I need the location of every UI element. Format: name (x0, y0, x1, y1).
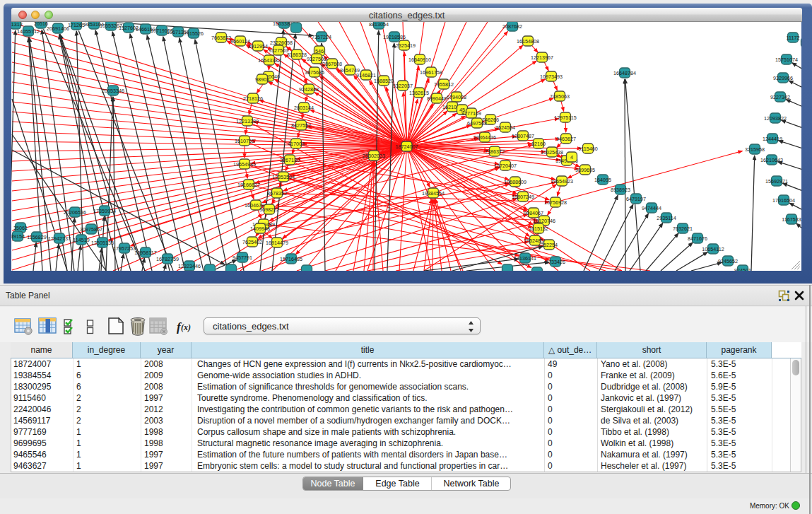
svg-text:9329966: 9329966 (773, 75, 793, 81)
svg-text:8938923: 8938923 (611, 187, 630, 193)
svg-text:17016504: 17016504 (772, 197, 795, 204)
svg-text:3267130: 3267130 (280, 157, 300, 163)
svg-text:16210643: 16210643 (760, 157, 783, 163)
svg-text:2803144: 2803144 (294, 105, 314, 111)
svg-text:3215958: 3215958 (745, 146, 765, 153)
svg-text:8813054: 8813054 (369, 22, 389, 28)
svg-text:10025438: 10025438 (541, 149, 563, 156)
svg-text:9463627: 9463627 (556, 136, 576, 142)
svg-text:17359934: 17359934 (93, 208, 116, 214)
svg-text:17957253: 17957253 (113, 245, 136, 252)
svg-text:20206536: 20206536 (64, 209, 86, 216)
svg-text:9245652: 9245652 (718, 258, 738, 264)
svg-text:1615132: 1615132 (529, 226, 548, 232)
svg-text:20516: 20516 (34, 22, 48, 27)
svg-text:9777169: 9777169 (461, 110, 481, 117)
svg-text:9242848: 9242848 (299, 86, 319, 93)
svg-text:9146821: 9146821 (356, 72, 376, 78)
svg-text:1244419: 1244419 (763, 136, 782, 142)
svg-text:9899695: 9899695 (575, 167, 595, 173)
svg-text:9660124: 9660124 (230, 38, 250, 45)
svg-text:14136141: 14136141 (514, 255, 536, 262)
svg-text:164095: 164095 (594, 177, 611, 183)
svg-text:12325419: 12325419 (393, 42, 416, 49)
svg-text:8427552: 8427552 (291, 122, 311, 129)
svg-text:3675685: 3675685 (305, 69, 324, 76)
svg-text:15692971: 15692971 (765, 178, 788, 185)
svg-text:62160: 62160 (531, 141, 546, 147)
svg-text:19166827: 19166827 (237, 182, 260, 188)
svg-text:114519: 114519 (73, 237, 89, 243)
svg-text:98903: 98903 (255, 76, 269, 83)
svg-text:8186328: 8186328 (287, 52, 307, 58)
svg-text:18724007: 18724007 (396, 144, 418, 150)
svg-text:7485063: 7485063 (550, 93, 570, 100)
svg-text:9084067: 9084067 (524, 210, 543, 216)
svg-text:7625402: 7625402 (242, 239, 262, 245)
svg-text:3624554: 3624554 (495, 124, 515, 131)
svg-text:924501: 924501 (734, 267, 751, 271)
svg-text:15751074: 15751074 (775, 57, 798, 63)
svg-text:18807249: 18807249 (512, 194, 534, 200)
svg-text:12093822: 12093822 (764, 115, 787, 122)
svg-text:10958117: 10958117 (134, 250, 156, 256)
svg-text:2935114: 2935114 (657, 215, 676, 221)
svg-text:1167533: 1167533 (782, 216, 801, 223)
svg-text:20691406: 20691406 (47, 25, 69, 32)
svg-text:6794028: 6794028 (447, 94, 466, 100)
svg-text:10973493: 10973493 (540, 74, 563, 80)
svg-text:20364436: 20364436 (473, 134, 496, 141)
svg-text:19654985: 19654985 (233, 161, 256, 168)
svg-text:16782759: 16782759 (156, 256, 179, 262)
svg-text:16543382: 16543382 (258, 57, 281, 64)
svg-text:1610755: 1610755 (235, 138, 254, 144)
svg-text:7515526: 7515526 (184, 30, 204, 37)
svg-text:2087682: 2087682 (502, 23, 522, 30)
svg-text:16914479: 16914479 (266, 240, 288, 246)
svg-text:417004: 417004 (288, 141, 305, 147)
svg-text:8471676: 8471676 (688, 235, 707, 242)
svg-text:39154: 39154 (11, 233, 25, 240)
svg-text:1409948: 1409948 (250, 226, 270, 232)
svg-text:20053346: 20053346 (102, 88, 124, 94)
svg-text:8678352: 8678352 (267, 190, 287, 197)
svg-text:7663822: 7663822 (211, 35, 231, 41)
svg-text:12213967: 12213967 (531, 54, 553, 61)
svg-text:2718126: 2718126 (243, 95, 263, 102)
svg-text:1575: 1575 (801, 40, 801, 46)
svg-text:35061: 35061 (13, 225, 28, 231)
svg-text:9327503: 9327503 (269, 47, 288, 54)
svg-text:1588520: 1588520 (374, 78, 394, 84)
svg-text:9457791: 9457791 (233, 255, 252, 261)
svg-text:1156829: 1156829 (27, 234, 46, 240)
svg-text:14055712: 14055712 (17, 28, 40, 35)
svg-text:5322037: 5322037 (393, 83, 413, 89)
svg-text:252254: 252254 (541, 242, 558, 248)
svg-text:9227342: 9227342 (770, 94, 790, 100)
svg-text:12942737: 12942737 (48, 235, 71, 242)
svg-text:16648784: 16648784 (613, 70, 636, 76)
svg-text:12323446: 12323446 (178, 263, 201, 269)
svg-text:10654112: 10654112 (702, 246, 724, 252)
svg-text:7386372: 7386372 (485, 148, 505, 155)
svg-text:9115460: 9115460 (578, 146, 597, 152)
svg-text:12353594: 12353594 (272, 174, 295, 180)
svg-text:4: 4 (570, 154, 573, 160)
svg-text:6497568: 6497568 (467, 120, 487, 127)
svg-text:19384554: 19384554 (422, 190, 445, 197)
svg-text:1733426: 1733426 (546, 259, 565, 265)
svg-text:10756928: 10756928 (544, 199, 567, 206)
svg-text:10807487: 10807487 (512, 133, 534, 139)
svg-text:9474444: 9474444 (642, 205, 661, 211)
svg-text:8912954: 8912954 (248, 43, 268, 49)
svg-text:8990448: 8990448 (427, 95, 447, 102)
svg-text:(x): (x) (181, 322, 191, 332)
svg-text:19218586: 19218586 (383, 34, 406, 40)
svg-text:6479197: 6479197 (626, 196, 646, 202)
svg-text:15716485: 15716485 (280, 256, 302, 262)
svg-text:7357224: 7357224 (312, 34, 331, 40)
svg-text:25302033: 25302033 (363, 153, 385, 159)
svg-text:15720407: 15720407 (494, 163, 517, 169)
svg-text:1362615: 1362615 (409, 90, 429, 96)
svg-text:11172: 11172 (787, 35, 800, 41)
